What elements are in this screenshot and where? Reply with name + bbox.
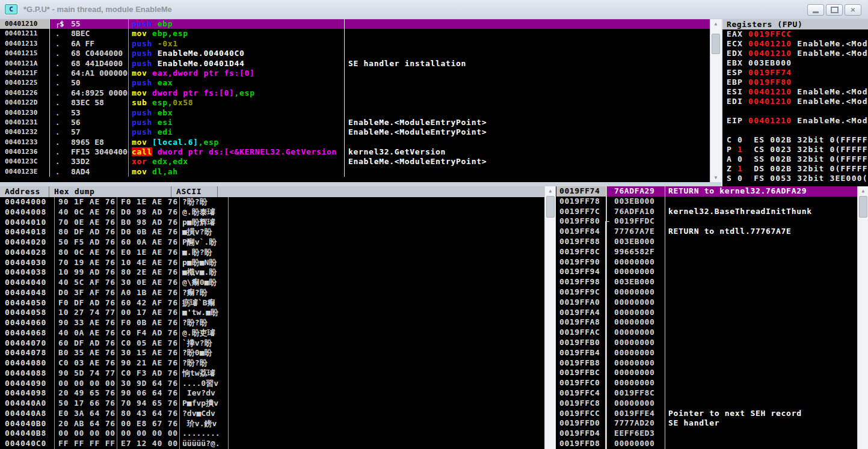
stack-row[interactable]: 0019FFB400000000 bbox=[556, 348, 857, 358]
stack-row[interactable]: 0019FF88003EB000 bbox=[556, 237, 857, 247]
title-bar[interactable]: C *G.P.U* - main thread, module EnableMe… bbox=[0, 0, 868, 18]
register-row[interactable]: EIP 00401210 EnableMe.<ModuleEntryPoint> bbox=[722, 116, 868, 126]
register-row[interactable]: EAX 0019FFCC bbox=[722, 29, 868, 39]
flag-row[interactable]: Z 1 DS 002B 32bit 0(FFFFFFFF) bbox=[722, 164, 868, 174]
hexdump-row[interactable]: 0040405810 27 74 7700 17 AE 76■'tw.■盼 bbox=[0, 308, 544, 318]
disasm-row[interactable]: 0040123C.33D2xor edx,edxEnableMe.<Module… bbox=[0, 157, 710, 166]
stack-row[interactable]: 0019FFBC00000000 bbox=[556, 368, 857, 378]
scrollbar-thumb[interactable] bbox=[712, 34, 720, 54]
hexdump-row[interactable]: 0040403070 19 AE 7610 4E AE 76p■盼■N盼 bbox=[0, 258, 544, 268]
disasm-row[interactable]: 00401215.68 C0404000push EnableMe.004040… bbox=[0, 49, 710, 58]
hexdump-row[interactable]: 0040409820 49 65 7690 06 64 76 Iev?dv bbox=[0, 388, 544, 399]
scroll-up-icon[interactable]: ▲ bbox=[858, 186, 868, 195]
stack-row[interactable]: 0019FF9000000000 bbox=[556, 257, 857, 267]
stack-row[interactable]: 0019FF8C9966582F bbox=[556, 247, 857, 257]
disasm-row[interactable]: 00401213.6A FFpush -0x1 bbox=[0, 39, 710, 49]
disasm-row[interactable]: 00401210┌$55push ebp bbox=[0, 19, 710, 29]
register-row[interactable]: EDX 00401210 EnableMe.<ModuleEntryPoint> bbox=[722, 49, 868, 58]
hexdump-row[interactable]: 004040A8E0 3A 64 7680 43 64 76?dv■Cdv bbox=[0, 409, 544, 419]
disasm-row[interactable]: 00401232.57push ediEnableMe.<ModuleEntry… bbox=[0, 127, 710, 137]
disasm-row[interactable]: 0040123E.8AD4mov dl,ah bbox=[0, 167, 710, 177]
scroll-up-icon[interactable]: ▲ bbox=[710, 19, 721, 28]
hexdump-scrollbar[interactable]: ▲ bbox=[544, 186, 556, 449]
close-button[interactable]: ✕ bbox=[845, 4, 861, 16]
hexdump-row[interactable]: 00404080C0 03 AE 7690 21 AE 76?盼?盼 bbox=[0, 358, 544, 368]
stack-row[interactable]: 0019FF98003EB000 bbox=[556, 277, 857, 287]
disasm-row[interactable]: 00401230.53push ebx bbox=[0, 108, 710, 118]
disasm-row[interactable]: 00401236.FF15 30404000call dword ptr ds:… bbox=[0, 147, 710, 157]
stack-row[interactable]: 0019FF9400000000 bbox=[556, 267, 857, 277]
stack-row[interactable]: 0019FFA800000000 bbox=[556, 317, 857, 328]
register-row[interactable]: EDI 00401210 EnableMe.<ModuleEntryPoint> bbox=[722, 97, 868, 106]
hexdump-row[interactable]: 0040402880 0C AE 76E0 1E AE 76■.盼?盼 bbox=[0, 248, 544, 258]
stack-row[interactable]: 0019FFC800000000 bbox=[556, 399, 857, 409]
hexdump-header-hexdump[interactable]: Hex dump bbox=[49, 186, 171, 197]
register-row[interactable]: ESP 0019FF74 bbox=[722, 68, 868, 78]
stack-row[interactable]: 0019FFAC00000000 bbox=[556, 328, 857, 338]
register-row[interactable] bbox=[722, 126, 868, 135]
disasm-row[interactable]: 00401231.56push esiEnableMe.<ModuleEntry… bbox=[0, 118, 710, 127]
disasm-row[interactable]: 00401225.50push eax bbox=[0, 78, 710, 88]
hexdump-header-address[interactable]: Address bbox=[0, 186, 49, 197]
register-row[interactable]: EBX 003EB000 bbox=[722, 58, 868, 68]
stack-row[interactable]: 0019FFC40019FF8C bbox=[556, 388, 857, 399]
scrollbar-thumb[interactable] bbox=[546, 196, 555, 218]
stack-row[interactable]: 0019FFC000000000 bbox=[556, 378, 857, 388]
hexdump-row[interactable]: 0040408890 5D 74 77C0 F3 AD 76恦tw荔璿 bbox=[0, 368, 544, 379]
minimize-button[interactable] bbox=[807, 4, 824, 16]
stack-row[interactable]: 0019FF800019FFDC bbox=[556, 216, 857, 227]
hexdump-row[interactable]: 0040401880 DF AD 76D0 0B AE 76■撗v?盼 bbox=[0, 227, 544, 237]
flag-row[interactable]: P 1 CS 0023 32bit 0(FFFFFFFF) bbox=[722, 145, 868, 154]
hexdump-pane[interactable]: Address Hex dump ASCII 0040400090 1F AE … bbox=[0, 186, 544, 449]
stack-row[interactable]: 0019FFCC0019FFE4Pointer to next SEH reco… bbox=[556, 409, 857, 419]
hexdump-row[interactable]: 0040400840 0C AE 76D0 98 AD 76@.盼泰璿 bbox=[0, 207, 544, 218]
disasm-row[interactable]: 00401233.8965 E8mov [local.6],esp bbox=[0, 138, 710, 147]
disassembly-scrollbar[interactable]: ▲ ▼ bbox=[710, 19, 721, 182]
hexdump-row[interactable]: 004040B020 AB 64 7600 E8 67 76 玠v.鎊v bbox=[0, 419, 544, 429]
disasm-row[interactable]: 0040121A.68 441D4000push EnableMe.00401D… bbox=[0, 59, 710, 69]
disasm-row[interactable]: 00401211.8BECmov ebp,esp bbox=[0, 29, 710, 38]
hexdump-row[interactable]: 0040409000 00 00 0030 9D 64 76....0習v bbox=[0, 379, 544, 389]
scroll-down-icon[interactable]: ▼ bbox=[710, 173, 721, 182]
register-row[interactable]: EBP 0019FF80 bbox=[722, 78, 868, 87]
disasm-row[interactable]: 0040122D.83EC 58sub esp,0x58 bbox=[0, 98, 710, 108]
hexdump-row[interactable]: 0040407060 DF AD 76C0 05 AE 76`搼v?盼 bbox=[0, 338, 544, 349]
hexdump-row[interactable]: 0040406090 33 AE 76F0 0B AE 76?盼?盼 bbox=[0, 318, 544, 328]
scroll-up-icon[interactable]: ▲ bbox=[545, 186, 556, 195]
hexdump-row[interactable]: 0040404040 5C AF 7630 0E AE 76@\痸0■盼 bbox=[0, 278, 544, 288]
flag-row[interactable]: S 0 FS 0053 32bit 3EE000(FFF) bbox=[722, 174, 868, 183]
stack-row[interactable]: 0019FFD4EEFF6ED3 bbox=[556, 429, 857, 439]
stack-row[interactable]: 0019FF9C00000000 bbox=[556, 287, 857, 298]
stack-row[interactable]: 0019FF7C76ADFA10kernel32.BaseThreadInitT… bbox=[556, 207, 857, 217]
hexdump-row[interactable]: 00404050F0 DF AD 7660 42 AF 76疬璿`B痸 bbox=[0, 298, 544, 308]
hexdump-row[interactable]: 00404048D0 3F AF 76A0 1B AE 76?痸?盼 bbox=[0, 288, 544, 298]
registers-pane[interactable]: Registers (FPU) EAX 0019FFCCECX 00401210… bbox=[721, 19, 868, 186]
hexdump-row[interactable]: 00404078B0 35 AE 7630 15 AE 76?盼0■盼 bbox=[0, 348, 544, 358]
hexdump-row[interactable]: 004040C0FF FF FF FFE7 12 40 00üüüüü?@. bbox=[0, 439, 544, 449]
register-row[interactable]: ESI 00401210 EnableMe.<ModuleEntryPoint> bbox=[722, 87, 868, 97]
register-row[interactable] bbox=[722, 106, 868, 116]
stack-row[interactable]: 0019FF78003EB000 bbox=[556, 197, 857, 207]
stack-row[interactable]: 0019FFA000000000 bbox=[556, 298, 857, 308]
hexdump-row[interactable]: 0040406840 0A AE 76C0 F4 AD 76@.盼吏璿 bbox=[0, 328, 544, 338]
hexdump-row[interactable]: 0040403810 99 AD 7680 2E AE 76■樴v■.盼 bbox=[0, 267, 544, 278]
stack-row[interactable]: 0019FFD800000000 bbox=[556, 439, 857, 449]
hexdump-row[interactable]: 004040B800 00 00 0000 00 00 00........ bbox=[0, 429, 544, 439]
hexdump-header-ascii[interactable]: ASCII bbox=[171, 186, 218, 197]
disassembly-pane[interactable]: 00401210┌$55push ebp00401211.8BECmov ebp… bbox=[0, 19, 710, 182]
stack-scrollbar[interactable]: ▲ bbox=[857, 186, 868, 449]
stack-row[interactable]: 0019FF8477767A7ERETURN to ntdll.77767A7E bbox=[556, 227, 857, 237]
flag-row[interactable]: A 0 SS 002B 32bit 0(FFFFFFFF) bbox=[722, 154, 868, 164]
disasm-row[interactable]: 00401226.64:8925 00000000mov dword ptr f… bbox=[0, 88, 710, 98]
stack-row[interactable]: 0019FF7476ADFA29RETURN to kernel32.76ADF… bbox=[556, 186, 857, 197]
hexdump-row[interactable]: 0040400090 1F AE 76F0 1E AE 76?盼?盼 bbox=[0, 197, 544, 207]
pane-splitter[interactable] bbox=[0, 182, 721, 186]
disasm-row[interactable]: 0040121F.64:A1 00000000mov eax,dword ptr… bbox=[0, 69, 710, 78]
stack-row[interactable]: 0019FFB800000000 bbox=[556, 358, 857, 368]
hexdump-row[interactable]: 0040401070 0E AE 76B0 98 AD 76p■盼辉璿 bbox=[0, 218, 544, 228]
stack-row[interactable]: 0019FFA400000000 bbox=[556, 308, 857, 318]
stack-row[interactable]: 0019FFD07777AD20SE handler bbox=[556, 418, 857, 429]
hexdump-row[interactable]: 004040A050 17 66 7670 94 65 76P■fvp撌v bbox=[0, 399, 544, 409]
stack-pane[interactable]: 0019FF7476ADFA29RETURN to kernel32.76ADF… bbox=[556, 186, 857, 449]
stack-row[interactable]: 0019FFB000000000 bbox=[556, 338, 857, 348]
